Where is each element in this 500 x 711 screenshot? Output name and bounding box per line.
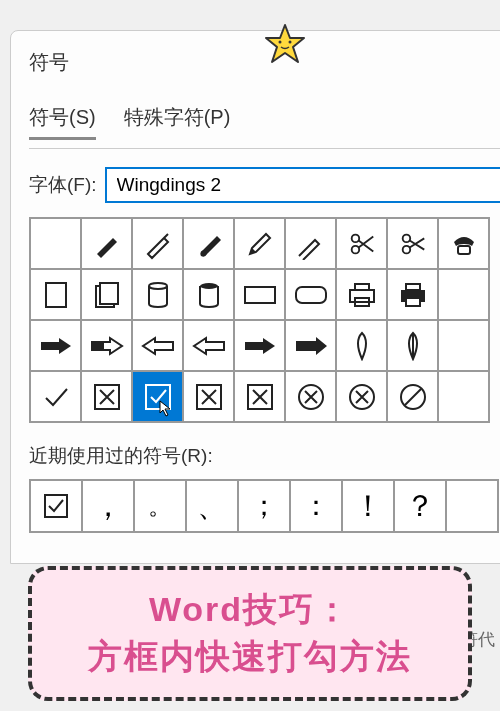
symbol-cell-brush[interactable]: [183, 218, 234, 269]
symbol-cell-partial2[interactable]: [438, 320, 489, 371]
symbol-grid: [29, 217, 490, 423]
symbol-cell-pen2[interactable]: [132, 218, 183, 269]
symbol-cell-xcircle2[interactable]: [336, 371, 387, 422]
symbol-cell-rect[interactable]: [30, 269, 81, 320]
svg-rect-15: [350, 290, 374, 302]
symbol-cell-pen1[interactable]: [81, 218, 132, 269]
symbol-cell-hand-right2[interactable]: [81, 320, 132, 371]
recent-label: 近期使用过的符号(R):: [29, 443, 500, 469]
svg-point-1: [289, 41, 292, 44]
symbol-cell-hand-left1[interactable]: [132, 320, 183, 371]
svg-point-11: [200, 283, 218, 289]
star-decoration: [260, 20, 310, 70]
symbol-cell-hand-left2[interactable]: [183, 320, 234, 371]
symbol-cell-scissors1[interactable]: [336, 218, 387, 269]
tab-special-chars[interactable]: 特殊字符(P): [124, 104, 231, 140]
symbol-cell-partial3[interactable]: [438, 371, 489, 422]
symbol-cell-phone[interactable]: [438, 218, 489, 269]
recent-cell-backtick[interactable]: 、: [186, 480, 238, 532]
svg-point-10: [149, 283, 167, 289]
symbol-cell-can1[interactable]: [132, 269, 183, 320]
recent-cell-circle[interactable]: 。: [134, 480, 186, 532]
tip-line1: Word技巧：: [44, 586, 456, 634]
symbol-cell-docs[interactable]: [81, 269, 132, 320]
symbol-cell-hand-right4[interactable]: [285, 320, 336, 371]
tip-line2: 方框内快速打勾方法: [44, 633, 456, 681]
symbol-cell-blank[interactable]: [30, 218, 81, 269]
tab-bar: 符号(S) 特殊字符(P): [29, 104, 500, 140]
recent-cell-question[interactable]: ？: [394, 480, 446, 532]
svg-point-0: [279, 41, 282, 44]
recent-cell-comma[interactable]: ，: [82, 480, 134, 532]
font-input[interactable]: [105, 167, 500, 203]
recent-grid: ，。、；：！？: [29, 479, 499, 533]
symbol-dialog: 符号 符号(S) 特殊字符(P) 字体(F): 近期使用过的符号(R): ，。、…: [10, 30, 500, 564]
tab-divider: [29, 148, 500, 149]
svg-rect-17: [406, 284, 420, 290]
symbol-cell-prohibit[interactable]: [387, 371, 438, 422]
symbol-cell-hand-right3[interactable]: [234, 320, 285, 371]
recent-cell-partial[interactable]: [446, 480, 498, 532]
tip-overlay: Word技巧： 方框内快速打勾方法: [28, 566, 472, 701]
symbol-cell-leaf1[interactable]: [336, 320, 387, 371]
tab-symbols[interactable]: 符号(S): [29, 104, 96, 140]
recent-cell-checkbox[interactable]: [30, 480, 82, 532]
svg-rect-12: [245, 287, 275, 303]
symbol-cell-check[interactable]: [30, 371, 81, 422]
symbol-cell-checkbox-sel[interactable]: [132, 371, 183, 422]
symbol-cell-printer1[interactable]: [336, 269, 387, 320]
svg-rect-6: [458, 246, 470, 254]
svg-rect-27: [45, 495, 67, 517]
recent-cell-exclaim[interactable]: ！: [342, 480, 394, 532]
symbol-cell-pencil[interactable]: [234, 218, 285, 269]
cursor-icon: [158, 399, 174, 417]
symbol-cell-printer2[interactable]: [387, 269, 438, 320]
symbol-cell-xbox3[interactable]: [234, 371, 285, 422]
symbol-cell-round-rect[interactable]: [285, 269, 336, 320]
svg-rect-13: [296, 287, 326, 303]
symbol-cell-leaf2[interactable]: [387, 320, 438, 371]
recent-cell-semicolon[interactable]: ；: [238, 480, 290, 532]
symbol-cell-scissors2[interactable]: [387, 218, 438, 269]
symbol-cell-xbox1[interactable]: [81, 371, 132, 422]
recent-cell-colon[interactable]: ：: [290, 480, 342, 532]
symbol-cell-hand-right1[interactable]: [30, 320, 81, 371]
svg-rect-19: [406, 298, 420, 306]
symbol-cell-marker[interactable]: [285, 218, 336, 269]
svg-rect-9: [100, 283, 118, 304]
symbol-cell-xcircle1[interactable]: [285, 371, 336, 422]
symbol-cell-partial1[interactable]: [438, 269, 489, 320]
symbol-cell-can2[interactable]: [183, 269, 234, 320]
font-label: 字体(F):: [29, 172, 97, 198]
svg-rect-7: [46, 283, 66, 307]
symbol-cell-wide-rect[interactable]: [234, 269, 285, 320]
symbol-cell-xbox2[interactable]: [183, 371, 234, 422]
font-row: 字体(F):: [29, 167, 500, 203]
